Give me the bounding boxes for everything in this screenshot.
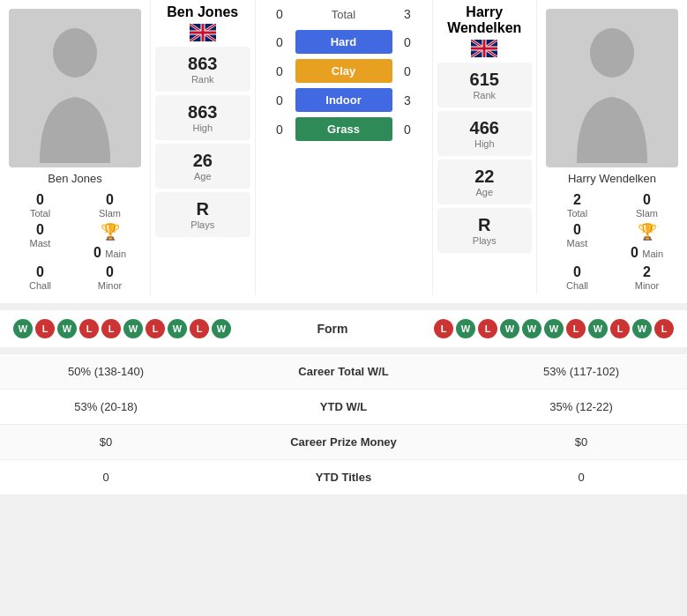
form-left-badge-6: L: [146, 319, 165, 338]
form-right-badge-8: L: [610, 319, 630, 338]
left-trophy-icon: 🏆: [101, 222, 120, 241]
left-player-name: Ben Jones: [155, 4, 250, 20]
right-photo-col: Harry Wendelken 2 Total 0 Slam 0 Mast 🏆: [537, 0, 687, 294]
left-stat-grid: 0 Total 0 Slam 0 Mast 🏆 0 Main: [9, 192, 141, 291]
right-trophy-icon: 🏆: [638, 222, 657, 241]
comp-left-1: 53% (20-18): [18, 400, 194, 413]
comparison-row-0: 50% (138-140) Career Total W/L 53% (117-…: [0, 354, 687, 390]
left-chall-stat: 0 Chall: [9, 264, 71, 291]
surface-row-clay: 0 Clay 0: [265, 59, 423, 83]
form-right-badge-5: W: [544, 319, 564, 338]
left-total-stat: 0 Total: [9, 192, 71, 219]
left-slam-stat: 0 Slam: [78, 192, 141, 219]
svg-point-5: [590, 28, 634, 78]
form-right-badge-4: W: [522, 319, 541, 338]
comparison-row-3: 0 YTD Titles 0: [0, 460, 687, 495]
surface-btn-indoor[interactable]: Indoor: [295, 88, 392, 112]
form-label: Form: [310, 322, 355, 336]
left-flag-row: [155, 24, 250, 41]
form-left-badge-2: W: [57, 319, 77, 338]
comp-label-3: YTD Titles: [194, 471, 493, 484]
form-right-badge-7: W: [588, 319, 608, 338]
total-right-score: 3: [392, 7, 423, 21]
right-mast-stat: 0 Mast: [546, 222, 609, 261]
right-plays-block: R Plays: [437, 208, 533, 253]
left-minor-stat: 0 Minor: [78, 264, 141, 291]
main-container: Ben Jones 0 Total 0 Slam 0 Mast 🏆: [0, 0, 687, 495]
right-high-block: 466 High: [437, 111, 533, 156]
comp-right-0: 53% (117-102): [493, 365, 669, 378]
form-right-badges: LWLWWWLWLWL: [434, 319, 674, 338]
left-mast-stat: 0 Mast: [9, 222, 71, 261]
player-comparison: Ben Jones 0 Total 0 Slam 0 Mast 🏆: [0, 0, 687, 303]
svg-point-1: [53, 28, 97, 78]
right-player-name-label: Harry Wendelken: [546, 172, 678, 185]
form-left-badge-7: W: [168, 319, 187, 338]
surface-score-left-grass: 0: [265, 122, 295, 137]
surface-score-right-indoor: 3: [392, 93, 423, 108]
right-player-name: Harry Wendelken: [437, 4, 533, 36]
surface-row-grass: 0 Grass 0: [265, 117, 423, 141]
comp-label-2: Career Prize Money: [194, 435, 493, 449]
form-right-badge-1: W: [456, 319, 475, 338]
total-left-score: 0: [265, 7, 295, 21]
form-right-badge-9: W: [632, 319, 652, 338]
left-flag-icon: [190, 24, 216, 41]
right-trophy-area: 🏆 0 Main: [616, 222, 678, 261]
total-row: 0 Total 3: [265, 0, 423, 25]
left-trophy-area: 🏆 0 Main: [78, 222, 141, 261]
left-stats-col: Ben Jones 863 Rank 863 High: [150, 0, 256, 294]
comp-label-1: YTD W/L: [194, 400, 493, 413]
surface-row-hard: 0 Hard 0: [265, 30, 423, 54]
surface-btn-hard[interactable]: Hard: [295, 30, 392, 54]
right-player-photo: [546, 9, 678, 167]
comp-right-3: 0: [493, 471, 669, 484]
form-left-badge-0: W: [13, 319, 33, 338]
left-high-block: 863 High: [155, 95, 250, 140]
comp-left-3: 0: [18, 471, 194, 484]
surface-score-right-clay: 0: [392, 64, 423, 78]
surface-score-left-hard: 0: [265, 35, 295, 49]
surface-score-left-indoor: 0: [265, 93, 295, 108]
comp-right-2: $0: [493, 435, 669, 449]
left-player-name-label: Ben Jones: [9, 172, 141, 185]
left-photo-col: Ben Jones 0 Total 0 Slam 0 Mast 🏆: [0, 0, 150, 294]
surface-btn-grass[interactable]: Grass: [295, 117, 392, 141]
right-age-block: 22 Age: [437, 160, 533, 204]
left-plays-block: R Plays: [155, 192, 250, 237]
total-label: Total: [295, 8, 392, 21]
form-right-badge-6: L: [566, 319, 586, 338]
right-minor-stat: 2 Minor: [616, 264, 678, 291]
surface-row-indoor: 0 Indoor 3: [265, 88, 423, 112]
left-rank-block: 863 Rank: [155, 47, 250, 92]
right-stat-grid: 2 Total 0 Slam 0 Mast 🏆 0 Main: [546, 192, 678, 291]
form-left-badges: WLWLLWLWLW: [13, 319, 231, 338]
form-section: WLWLLWLWLW Form LWLWWWLWLWL: [0, 307, 687, 347]
surface-rows: 0 Hard 0 0 Clay 0 0 Indoor 3 0 Grass 0: [265, 30, 423, 141]
surface-score-right-grass: 0: [392, 122, 423, 137]
comp-left-0: 50% (138-140): [18, 365, 194, 378]
right-stats-col: Harry Wendelken 615 Rank 466 High: [432, 0, 538, 294]
form-left-badge-5: W: [123, 319, 143, 338]
surface-btn-clay[interactable]: Clay: [295, 59, 392, 83]
form-left-badge-9: W: [212, 319, 231, 338]
form-left-badge-4: L: [101, 319, 121, 338]
comp-label-0: Career Total W/L: [194, 365, 493, 378]
right-total-stat: 2 Total: [546, 192, 609, 219]
center-content: 0 Total 3 0 Hard 0 0 Clay 0 0 Indoor 3 0…: [256, 0, 432, 141]
center-col: 0 Total 3 0 Hard 0 0 Clay 0 0 Indoor 3 0…: [256, 0, 432, 294]
comparison-row-2: $0 Career Prize Money $0: [0, 425, 687, 460]
form-left-badge-1: L: [35, 319, 55, 338]
surface-score-right-hard: 0: [392, 35, 423, 49]
right-rank-block: 615 Rank: [437, 63, 533, 108]
form-left-badge-3: L: [79, 319, 99, 338]
stats-table: 50% (138-140) Career Total W/L 53% (117-…: [0, 351, 687, 495]
left-age-block: 26 Age: [155, 144, 250, 189]
form-right-badge-3: W: [500, 319, 519, 338]
form-right-badge-2: L: [478, 319, 497, 338]
comparison-row-1: 53% (20-18) YTD W/L 35% (12-22): [0, 390, 687, 425]
form-left-badge-8: L: [190, 319, 209, 338]
right-flag-icon: [471, 40, 497, 57]
right-chall-stat: 0 Chall: [546, 264, 609, 291]
comp-left-2: $0: [18, 435, 194, 449]
